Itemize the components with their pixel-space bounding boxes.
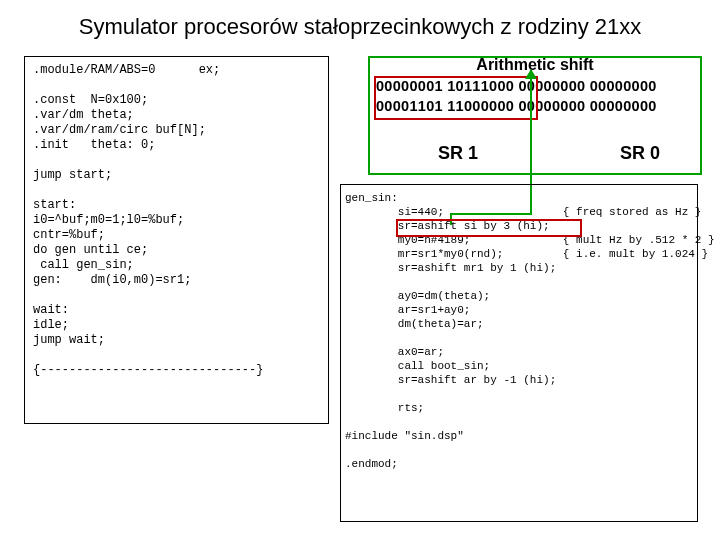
arrow-connector <box>530 70 532 182</box>
page-title: Symulator procesorów stałoprzecinkowych … <box>0 14 720 40</box>
sr0-label: SR 0 <box>620 143 660 164</box>
bits-highlight <box>374 76 538 120</box>
sr1-label: SR 1 <box>438 143 478 164</box>
code-line-highlight <box>396 219 582 237</box>
left-code-block: .module/RAM/ABS=0 ex; .const N=0x100; .v… <box>24 56 329 424</box>
